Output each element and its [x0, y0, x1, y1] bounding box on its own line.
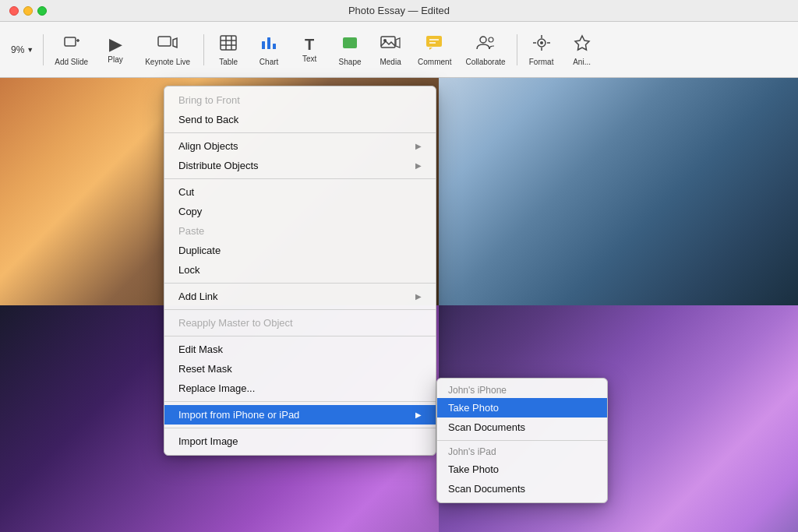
menu-item-edit-mask[interactable]: Edit Mask	[164, 340, 436, 359]
import-iphone-arrow-icon: ▶	[415, 410, 422, 419]
menu-item-add-link[interactable]: Add Link ▶	[164, 287, 436, 306]
menu-separator-4	[164, 309, 436, 310]
menu-separator-5	[164, 336, 436, 336]
chart-icon	[260, 33, 278, 55]
svg-point-19	[489, 37, 493, 42]
media-icon	[380, 33, 401, 55]
svg-rect-12	[343, 37, 357, 48]
svg-rect-0	[65, 37, 76, 46]
menu-separator-1	[164, 132, 436, 133]
text-label: Text	[302, 55, 316, 63]
toolbar-media[interactable]: Media	[371, 26, 410, 73]
zoom-chevron-icon: ▼	[26, 46, 34, 54]
add-link-arrow-icon: ▶	[415, 292, 422, 301]
svg-rect-9	[262, 41, 265, 49]
submenu-iphone-scan-docs[interactable]: Scan Documents	[437, 417, 607, 437]
menu-item-copy[interactable]: Copy	[164, 202, 436, 221]
submenu-separator-1	[437, 440, 607, 441]
minimize-button[interactable]	[23, 6, 33, 16]
toolbar: 9% ▼ Add Slide ▶ Play Keynote Live	[0, 22, 798, 78]
comment-icon	[425, 33, 445, 55]
menu-separator-2	[164, 178, 436, 179]
fullscreen-button[interactable]	[37, 6, 47, 16]
animate-label: Ani...	[573, 58, 591, 66]
menu-item-send-to-back[interactable]: Send to Back	[164, 110, 436, 129]
submenu-ipad-header: John's iPad	[437, 444, 607, 460]
context-menu: Bring to Front Send to Back Align Object…	[164, 86, 436, 456]
align-objects-arrow-icon: ▶	[415, 142, 422, 150]
svg-rect-10	[267, 37, 270, 49]
svg-rect-3	[158, 37, 171, 46]
close-button[interactable]	[9, 6, 19, 16]
menu-item-replace-image[interactable]: Replace Image...	[164, 379, 436, 398]
menu-item-distribute-objects[interactable]: Distribute Objects ▶	[164, 156, 436, 175]
toolbar-divider-1	[43, 34, 44, 65]
menu-item-reset-mask[interactable]: Reset Mask	[164, 359, 436, 379]
collaborate-label: Collaborate	[465, 58, 505, 66]
keynote-live-label: Keynote Live	[145, 58, 190, 66]
toolbar-play[interactable]: ▶ Play	[96, 26, 135, 73]
collaborate-icon	[475, 33, 496, 55]
toolbar-keynote-live[interactable]: Keynote Live	[136, 26, 199, 73]
toolbar-divider-2	[203, 34, 204, 65]
play-label: Play	[108, 55, 122, 64]
svg-rect-13	[381, 37, 395, 48]
format-label: Format	[529, 58, 554, 66]
toolbar-divider-3	[517, 34, 517, 65]
svg-rect-4	[221, 36, 236, 50]
menu-item-duplicate[interactable]: Duplicate	[164, 241, 436, 260]
svg-rect-11	[273, 44, 276, 49]
menu-separator-6	[164, 401, 436, 402]
menu-item-cut[interactable]: Cut	[164, 182, 436, 202]
menu-item-reapply-master[interactable]: Reapply Master to Object	[164, 313, 436, 333]
table-icon	[219, 33, 238, 55]
add-slide-label: Add Slide	[55, 58, 88, 66]
menu-item-align-objects[interactable]: Align Objects ▶	[164, 136, 436, 156]
toolbar-text[interactable]: T Text	[290, 26, 329, 73]
svg-rect-15	[426, 36, 442, 47]
import-submenu: John's iPhone Take Photo Scan Documents …	[436, 378, 608, 503]
menu-item-lock[interactable]: Lock	[164, 260, 436, 280]
toolbar-chart[interactable]: Chart	[249, 26, 288, 73]
title-bar: Photo Essay — Edited	[0, 0, 798, 22]
toolbar-shape[interactable]: Shape	[330, 26, 369, 73]
toolbar-add-slide[interactable]: Add Slide	[48, 26, 94, 73]
submenu-iphone-header: John's iPhone	[437, 382, 607, 398]
toolbar-animate[interactable]: Ani...	[563, 26, 602, 73]
add-slide-icon	[62, 33, 81, 55]
menu-item-bring-to-front[interactable]: Bring to Front	[164, 90, 436, 110]
menu-separator-3	[164, 283, 436, 284]
play-icon: ▶	[109, 36, 122, 53]
traffic-lights	[9, 6, 47, 16]
zoom-control[interactable]: 9% ▼	[6, 41, 38, 58]
toolbar-table[interactable]: Table	[209, 26, 248, 73]
submenu-ipad-take-photo[interactable]: Take Photo	[437, 460, 607, 479]
submenu-iphone-take-photo[interactable]: Take Photo	[437, 398, 607, 417]
table-label: Table	[219, 58, 238, 66]
toolbar-comment[interactable]: Comment	[411, 26, 457, 73]
comment-label: Comment	[418, 58, 451, 66]
svg-point-21	[540, 41, 543, 44]
svg-point-18	[480, 37, 486, 43]
zoom-label: 9%	[11, 44, 24, 55]
media-label: Media	[380, 58, 401, 66]
format-icon	[531, 33, 552, 55]
bg-top-right-image	[439, 78, 798, 305]
chart-label: Chart	[260, 58, 278, 66]
menu-item-import-iphone-ipad[interactable]: Import from iPhone or iPad ▶	[164, 405, 436, 425]
submenu-ipad-scan-docs[interactable]: Scan Documents	[437, 479, 607, 499]
toolbar-format[interactable]: Format	[522, 26, 561, 73]
toolbar-collaborate[interactable]: Collaborate	[459, 26, 511, 73]
window-title: Photo Essay — Edited	[348, 5, 450, 16]
shape-label: Shape	[339, 58, 362, 66]
keynote-live-icon	[157, 33, 178, 55]
distribute-objects-arrow-icon: ▶	[415, 161, 422, 170]
shape-icon	[341, 33, 359, 55]
animate-icon	[572, 33, 592, 55]
menu-separator-7	[164, 428, 436, 428]
menu-item-paste[interactable]: Paste	[164, 221, 436, 241]
text-icon: T	[305, 37, 314, 52]
menu-item-import-image[interactable]: Import Image	[164, 432, 436, 451]
